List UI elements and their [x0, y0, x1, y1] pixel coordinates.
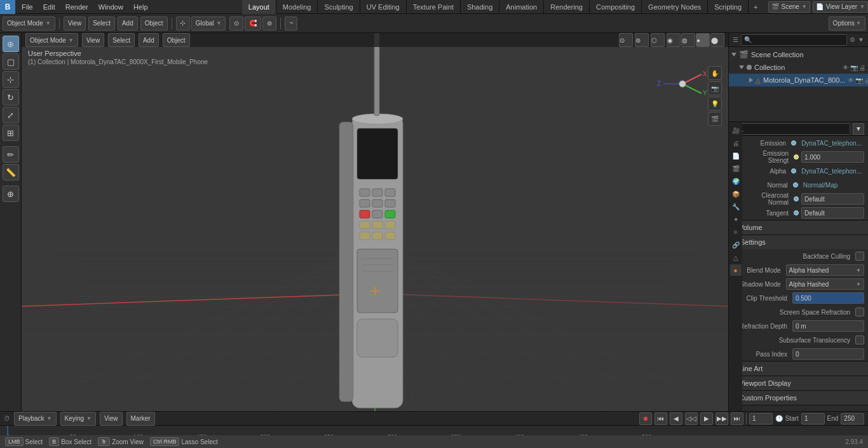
options-btn[interactable]: Options ▼ — [829, 17, 865, 31]
annotate-tool[interactable]: ✏ — [3, 146, 19, 163]
blender-logo[interactable]: B — [0, 0, 15, 14]
volume-header[interactable]: Volume — [729, 221, 868, 234]
tab-modeling[interactable]: Modeling — [276, 0, 318, 14]
keying-dropdown[interactable]: Keying ▼ — [60, 412, 97, 426]
tab-scripting[interactable]: Scripting — [708, 0, 749, 14]
collection-eye-icon[interactable]: 👁 — [843, 64, 849, 71]
render-props-icon[interactable]: 🎥 — [730, 125, 742, 136]
scale-tool[interactable]: ⤢ — [3, 107, 19, 123]
motorola-object-row[interactable]: △ Motorola_DynaTAC_800... 👁 📷 🖨 — [729, 74, 868, 86]
camera-viewport-btn[interactable]: 📷 — [708, 81, 722, 95]
view-btn[interactable]: View — [64, 17, 86, 31]
add-btn[interactable]: Add — [118, 17, 138, 31]
screen-space-checkbox[interactable] — [855, 308, 864, 316]
props-filter-btn[interactable]: ▼ — [853, 123, 864, 135]
prev-keyframe-btn[interactable]: ⏮ — [654, 412, 667, 425]
material-props-icon[interactable]: ● — [730, 264, 742, 276]
transform-tool[interactable]: ⊞ — [3, 125, 19, 141]
menu-edit[interactable]: Edit — [38, 2, 60, 12]
modifier-props-icon[interactable]: 🔧 — [730, 201, 742, 212]
material-shading-btn[interactable]: ◍ — [681, 33, 695, 47]
menu-render[interactable]: Render — [60, 2, 93, 12]
menu-file[interactable]: File — [17, 2, 38, 12]
view-layer-selector[interactable]: 📄 View Layer ▼ — [813, 1, 868, 13]
menu-help[interactable]: Help — [128, 2, 153, 12]
snap-btn[interactable]: 🧲 — [245, 17, 261, 31]
record-btn[interactable]: ⏺ — [639, 412, 652, 425]
refraction-depth-value[interactable]: 0 m — [792, 320, 864, 332]
viewport-display-header[interactable]: Viewport Display — [729, 376, 868, 390]
clip-threshold-value[interactable]: 0.500 — [792, 292, 864, 304]
menu-window[interactable]: Window — [93, 2, 128, 12]
tab-layout[interactable]: Layout — [242, 0, 276, 14]
move-tool[interactable]: ⊹ — [3, 71, 19, 88]
proportional-edit-btn[interactable]: ~ — [285, 17, 297, 31]
play-forward-btn[interactable]: ▶ — [700, 412, 713, 425]
tab-texture-paint[interactable]: Texture Paint — [407, 0, 461, 14]
tab-uv-editing[interactable]: UV Editing — [360, 0, 407, 14]
add-workspace-button[interactable]: + — [749, 2, 763, 12]
object-render-icon[interactable]: 🖨 — [864, 77, 868, 84]
tab-compositing[interactable]: Compositing — [590, 0, 642, 14]
solid-shading-btn[interactable]: ◉ — [667, 33, 681, 47]
object-eye-icon[interactable]: 👁 — [848, 77, 854, 84]
viewport-overlay-btn[interactable]: ⊚ — [635, 33, 649, 47]
mode-dropdown[interactable]: Object Mode ▼ — [3, 17, 55, 31]
normal-value[interactable]: Normal/Map — [801, 179, 864, 191]
lamp-btn[interactable]: 💡 — [708, 97, 722, 111]
alpha-value[interactable]: DynaTAC_telephon... — [799, 165, 864, 177]
collection-render-icon[interactable]: 🖨 — [859, 64, 865, 71]
scene-props-icon[interactable]: 🎬 — [730, 163, 742, 174]
outliner-settings-btn[interactable]: ▼ — [858, 36, 864, 43]
add-cube-tool[interactable]: ⊕ — [3, 186, 19, 202]
scene-btn[interactable]: 🎬 — [708, 112, 722, 126]
collection-row[interactable]: Collection 👁 📷 🖨 — [729, 61, 868, 74]
viewport-gizmo-btn[interactable]: ⊙ — [619, 33, 633, 47]
hand-tool-btn[interactable]: ✋ — [708, 66, 722, 80]
select-btn[interactable]: Select — [88, 17, 115, 31]
timeline-view-btn[interactable]: View — [100, 412, 123, 426]
tab-shading[interactable]: Shading — [461, 0, 499, 14]
next-keyframe-btn[interactable]: ⏭ — [731, 412, 743, 425]
tab-geometry-nodes[interactable]: Geometry Nodes — [642, 0, 708, 14]
viewport-xray-btn[interactable]: ⬡ — [651, 33, 665, 47]
start-frame-input[interactable]: 1 — [801, 413, 825, 424]
transform-icon-btn[interactable]: ⊹ — [176, 17, 190, 31]
view-layer-props-icon[interactable]: 📄 — [730, 150, 742, 161]
eevee-shading-btn[interactable]: ⬤ — [710, 33, 724, 47]
scene-selector[interactable]: 🎬 Scene ▼ — [768, 1, 810, 13]
physics-props-icon[interactable]: ⚛ — [730, 226, 742, 238]
timeline-marker-btn[interactable]: Marker — [126, 412, 155, 426]
prev-frame-btn[interactable]: ◀ — [670, 412, 682, 425]
particles-props-icon[interactable]: ✦ — [730, 214, 742, 225]
playback-dropdown[interactable]: Playback ▼ — [14, 412, 57, 426]
blend-mode-dropdown[interactable]: Alpha Hashed ▼ — [786, 264, 864, 276]
rendered-shading-btn[interactable]: ● — [696, 33, 710, 47]
shadow-mode-dropdown[interactable]: Alpha Hashed ▼ — [786, 278, 864, 290]
subsurface-checkbox[interactable] — [855, 336, 864, 344]
play-reverse-btn[interactable]: ◁◁ — [685, 412, 698, 425]
custom-properties-header[interactable]: Custom Properties — [729, 391, 868, 405]
object-btn[interactable]: Object — [140, 17, 168, 31]
object-data-props-icon[interactable]: △ — [730, 252, 742, 263]
pass-index-value[interactable]: 0 — [792, 348, 864, 360]
rotate-tool[interactable]: ↻ — [3, 89, 19, 105]
object-props-icon[interactable]: 📦 — [730, 188, 742, 200]
cursor-tool[interactable]: ⊕ — [3, 36, 19, 52]
main-viewport[interactable]: X Y Z Object Mode ▼ View Select Add Obje… — [22, 33, 728, 411]
current-frame-input[interactable]: 1 — [749, 413, 773, 424]
viewport-select-btn[interactable]: Select — [108, 33, 135, 47]
collection-camera-icon[interactable]: 📷 — [850, 64, 858, 71]
world-props-icon[interactable]: 🌍 — [730, 175, 742, 187]
select-box-tool[interactable]: ▢ — [3, 53, 19, 70]
emission-strength-value[interactable]: 1.000 — [801, 151, 864, 163]
clearcoat-value[interactable]: Default — [801, 193, 864, 205]
constraints-props-icon[interactable]: 🔗 — [730, 239, 742, 250]
pivot-btn[interactable]: ⊙ — [229, 17, 243, 31]
scene-collection-row[interactable]: 🎬 Scene Collection — [729, 48, 868, 61]
outliner-filter-btn[interactable]: ⚙ — [850, 36, 855, 43]
transform-dropdown[interactable]: Global ▼ — [191, 17, 226, 31]
end-frame-input[interactable]: 250 — [841, 413, 864, 424]
tab-rendering[interactable]: Rendering — [544, 0, 590, 14]
viewport-mode-btn[interactable]: Object Mode ▼ — [25, 33, 78, 47]
